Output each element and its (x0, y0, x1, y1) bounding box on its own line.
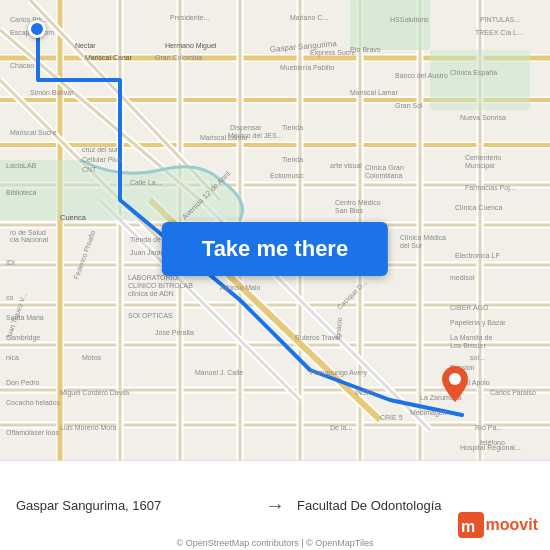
svg-text:Tienda: Tienda (282, 124, 303, 131)
svg-text:sol...: sol... (470, 354, 485, 361)
svg-text:Municipal: Municipal (465, 162, 495, 170)
svg-text:Santa Maria: Santa Maria (6, 314, 44, 321)
svg-text:Cementerio: Cementerio (465, 154, 501, 161)
origin-label: Gaspar Sangurima, 1607 (16, 498, 253, 513)
svg-text:cia Nacional: cia Nacional (10, 236, 49, 243)
svg-text:CLINICO BITROLAB: CLINICO BITROLAB (128, 282, 193, 289)
svg-text:Alfonso Malo: Alfonso Malo (220, 284, 261, 291)
svg-text:Mariscal Sucre: Mariscal Sucre (10, 129, 56, 136)
map-container: Gaspar Sangurima Simón Bolívar Mariscal … (0, 0, 550, 460)
svg-text:Cellular Plus: Cellular Plus (82, 156, 122, 163)
svg-text:Farmacias Poj...: Farmacias Poj... (465, 184, 516, 192)
svg-text:HSSolutions: HSSolutions (390, 16, 429, 23)
svg-text:Nueva Sonrisa: Nueva Sonrisa (460, 114, 506, 121)
svg-text:CIBER AGO: CIBER AGO (450, 304, 489, 311)
svg-text:Gran Sol: Gran Sol (395, 102, 423, 109)
svg-text:Nectar: Nectar (75, 42, 96, 49)
svg-rect-49 (350, 0, 430, 50)
svg-text:Hospital Regional...: Hospital Regional... (460, 444, 521, 452)
svg-text:Medimagen: Medimagen (410, 409, 447, 417)
svg-text:Motos: Motos (82, 354, 102, 361)
origin-section: Gaspar Sangurima, 1607 (16, 498, 253, 513)
svg-text:Carlos Paraiso: Carlos Paraiso (490, 389, 536, 396)
svg-text:Pumapungo Avery: Pumapungo Avery (310, 369, 368, 377)
svg-text:TREEX Cía L...: TREEX Cía L... (475, 29, 523, 36)
arrow-icon: → (265, 494, 285, 517)
svg-text:Simón Bolívar: Simón Bolívar (30, 89, 74, 96)
svg-text:Banco del Austro: Banco del Austro (395, 72, 448, 79)
moovit-icon: m (458, 512, 484, 538)
svg-text:IDI: IDI (6, 259, 15, 266)
svg-text:medisol: medisol (450, 274, 475, 281)
svg-text:Tienda: Tienda (282, 156, 303, 163)
destination-label: Facultad De Odontología (297, 498, 442, 513)
svg-text:Mariano C...: Mariano C... (290, 14, 328, 21)
svg-text:ro de Salud: ro de Salud (10, 229, 46, 236)
svg-text:clínica de ADN: clínica de ADN (128, 290, 174, 297)
svg-text:José Peralta: José Peralta (155, 329, 194, 336)
origin-pin (28, 20, 46, 38)
svg-text:del Sur: del Sur (400, 242, 423, 249)
moovit-text: moovit (486, 516, 538, 534)
svg-text:San Blas: San Blas (335, 207, 364, 214)
svg-rect-50 (430, 50, 530, 110)
bottom-bar: Gaspar Sangurima, 1607 → Facultad De Odo… (0, 460, 550, 550)
svg-text:cruz del sur: cruz del sur (82, 146, 119, 153)
svg-text:Dispensar: Dispensar (230, 124, 262, 132)
svg-text:Eckomusic: Eckomusic (270, 172, 304, 179)
svg-text:De la...: De la... (330, 424, 352, 431)
svg-text:Ruteros Travel: Ruteros Travel (295, 334, 341, 341)
svg-text:INSPI: INSPI (355, 389, 373, 396)
take-me-there-button[interactable]: Take me there (162, 222, 388, 276)
svg-text:Río Pa...: Río Pa... (475, 424, 502, 431)
svg-text:Calle La...: Calle La... (130, 179, 162, 186)
svg-text:Biblioteca: Biblioteca (6, 189, 36, 196)
destination-pin (442, 366, 468, 402)
svg-text:arte visual: arte visual (330, 162, 362, 169)
svg-text:Electronica LF: Electronica LF (455, 252, 500, 259)
svg-text:Manuel J. Calle: Manuel J. Calle (195, 369, 243, 376)
svg-text:nica: nica (6, 354, 19, 361)
svg-text:Miguel Cordero Davila: Miguel Cordero Davila (60, 389, 129, 397)
svg-text:Centro Médico: Centro Médico (335, 199, 381, 206)
svg-text:Don Pedro: Don Pedro (6, 379, 40, 386)
svg-text:Mueblería Pablito: Mueblería Pablito (280, 64, 335, 71)
svg-text:Luis Moreno Mora: Luis Moreno Mora (60, 424, 117, 431)
svg-text:Mariscal Canar: Mariscal Canar (85, 54, 133, 61)
moovit-logo: m moovit (458, 512, 538, 538)
svg-text:Cocacho helados: Cocacho helados (6, 399, 61, 406)
svg-text:Oftamolaser loos: Oftamolaser loos (6, 429, 59, 436)
svg-text:Cambridge: Cambridge (6, 334, 40, 342)
svg-text:Médico del JES...: Médico del JES... (228, 132, 283, 139)
svg-text:Colombiana: Colombiana (365, 172, 402, 179)
svg-text:Clínica Cuenca: Clínica Cuenca (455, 204, 503, 211)
svg-text:co: co (6, 294, 14, 301)
svg-point-145 (449, 373, 461, 385)
svg-text:SOI OPTICAS: SOI OPTICAS (128, 312, 173, 319)
svg-text:Presidente...: Presidente... (170, 14, 209, 21)
svg-text:Clínica Gran: Clínica Gran (365, 164, 404, 171)
svg-text:m: m (461, 518, 475, 535)
svg-text:Los Broster: Los Broster (450, 342, 486, 349)
svg-text:PINTULAS...: PINTULAS... (480, 16, 520, 23)
svg-text:Clínica España: Clínica España (450, 69, 497, 77)
svg-text:Mariscal Lamar: Mariscal Lamar (350, 89, 399, 96)
osm-attribution: © OpenStreetMap contributors | © OpenMap… (177, 538, 374, 548)
svg-text:Gran Colombia: Gran Colombia (155, 54, 202, 61)
svg-text:Cuenca: Cuenca (60, 213, 87, 222)
destination-section: Facultad De Odontología (297, 498, 534, 513)
svg-text:Hermano Miguel: Hermano Miguel (165, 42, 217, 50)
svg-text:La Mamita de: La Mamita de (450, 334, 493, 341)
svg-text:CRIE 5: CRIE 5 (380, 414, 403, 421)
svg-text:Chacao: Chacao (10, 62, 34, 69)
svg-text:Papelería y Bazar: Papelería y Bazar (450, 319, 506, 327)
route-arrow: → (253, 494, 297, 517)
svg-text:Express Sucre: Express Sucre (310, 49, 356, 57)
svg-text:CNT: CNT (82, 166, 97, 173)
svg-text:Clínica Médica: Clínica Médica (400, 234, 446, 241)
svg-text:LactaLAB: LactaLAB (6, 162, 37, 169)
